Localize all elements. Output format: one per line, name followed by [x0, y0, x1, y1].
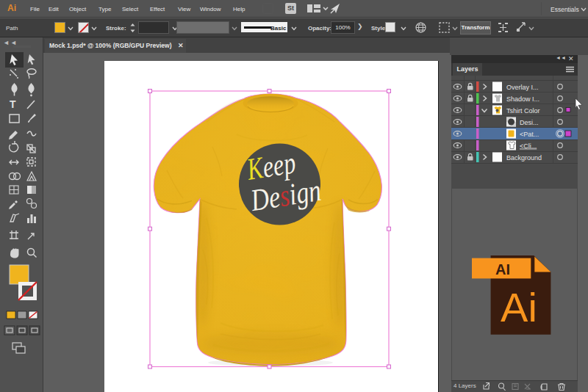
svg-text:Ai: Ai: [501, 284, 537, 330]
svg-text:<Cli...: <Cli...: [520, 142, 537, 150]
svg-text:Background: Background: [506, 154, 542, 161]
svg-text:T: T: [10, 98, 16, 110]
svg-text:Tshirt Color: Tshirt Color: [506, 107, 540, 115]
svg-text:AI: AI: [495, 261, 510, 277]
svg-text:Desi...: Desi...: [520, 119, 539, 126]
svg-text:Overlay I...: Overlay I...: [506, 84, 539, 91]
svg-text:<Pat...: <Pat...: [520, 131, 539, 138]
svg-text:Shadow I...: Shadow I...: [506, 95, 539, 103]
